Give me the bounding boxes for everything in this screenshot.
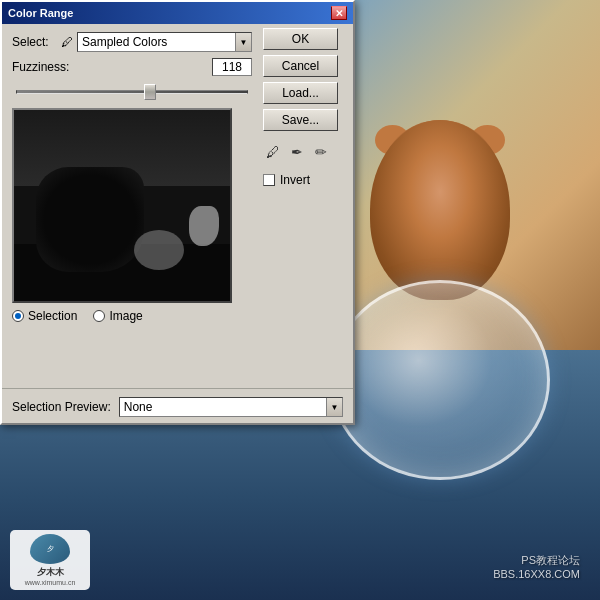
image-radio-label: Image bbox=[109, 309, 142, 323]
preview-inner bbox=[14, 110, 230, 301]
close-button[interactable]: ✕ bbox=[331, 6, 347, 20]
invert-checkbox[interactable] bbox=[263, 174, 275, 186]
dialog-title: Color Range bbox=[8, 7, 73, 19]
selection-radio-dot bbox=[15, 313, 21, 319]
cancel-button[interactable]: Cancel bbox=[263, 55, 338, 77]
selection-preview-dropdown-arrow[interactable]: ▼ bbox=[326, 398, 342, 416]
selection-radio-circle bbox=[12, 310, 24, 322]
fuzziness-value-text: 118 bbox=[222, 60, 242, 74]
slider-track bbox=[16, 90, 248, 94]
eyedropper-plus-tool[interactable]: ✒ bbox=[287, 142, 307, 162]
watermark-right: PS教程论坛 BBS.16XX8.COM bbox=[493, 553, 580, 580]
selection-preview-label: Selection Preview: bbox=[12, 400, 111, 414]
eyedropper-add-tool[interactable]: 🖊 bbox=[263, 142, 283, 162]
selection-preview-row: Selection Preview: None ▼ bbox=[12, 397, 343, 417]
watermark-site-url: BBS.16XX8.COM bbox=[493, 568, 580, 580]
selection-radio[interactable]: Selection bbox=[12, 309, 77, 323]
image-radio-circle bbox=[93, 310, 105, 322]
left-panel: Select: 🖊 Sampled Colors ▼ Fuzziness: 11… bbox=[2, 24, 262, 339]
image-radio[interactable]: Image bbox=[93, 309, 142, 323]
eyedropper-tools: 🖊 ✒ ✏ bbox=[263, 142, 343, 162]
slider-thumb[interactable] bbox=[144, 84, 156, 100]
preview-light-area-2 bbox=[134, 230, 184, 270]
selection-preview-dropdown[interactable]: None ▼ bbox=[119, 397, 343, 417]
fuzziness-row: Fuzziness: 118 bbox=[12, 58, 252, 76]
fuzziness-label: Fuzziness: bbox=[12, 60, 77, 74]
watermark-url: www.ximumu.cn bbox=[25, 579, 76, 586]
watermark-left: 夕 夕木木 www.ximumu.cn bbox=[10, 530, 90, 590]
select-row: Select: 🖊 Sampled Colors ▼ bbox=[12, 32, 252, 52]
preview-image bbox=[12, 108, 232, 303]
view-mode-radio: Selection Image bbox=[12, 309, 252, 323]
select-dropdown[interactable]: Sampled Colors ▼ bbox=[77, 32, 252, 52]
selection-radio-label: Selection bbox=[28, 309, 77, 323]
preview-light-area bbox=[189, 206, 219, 246]
load-button[interactable]: Load... bbox=[263, 82, 338, 104]
logo-icon: 夕 bbox=[30, 534, 70, 564]
invert-label: Invert bbox=[280, 173, 310, 187]
fuzziness-slider[interactable] bbox=[12, 82, 252, 102]
select-value: Sampled Colors bbox=[82, 35, 167, 49]
select-label: Select: bbox=[12, 35, 57, 49]
eyedropper-minus-tool[interactable]: ✏ bbox=[311, 142, 331, 162]
watermark-brand: 夕木木 bbox=[37, 566, 64, 579]
color-range-dialog: Color Range ✕ Select: 🖊 Sampled Colors ▼… bbox=[0, 0, 355, 425]
fuzziness-input[interactable]: 118 bbox=[212, 58, 252, 76]
preview-silhouette bbox=[36, 167, 144, 272]
dropdown-arrow-icon[interactable]: ▼ bbox=[235, 33, 251, 51]
glass-bowl bbox=[330, 280, 550, 480]
selection-preview-section: Selection Preview: None ▼ bbox=[2, 388, 353, 423]
watermark-site-name: PS教程论坛 bbox=[493, 553, 580, 568]
eyedropper-icon: 🖊 bbox=[61, 35, 73, 49]
ok-button[interactable]: OK bbox=[263, 28, 338, 50]
invert-row: Invert bbox=[263, 173, 343, 187]
right-panel: OK Cancel Load... Save... 🖊 ✒ ✏ Invert bbox=[263, 28, 343, 187]
dialog-titlebar: Color Range ✕ bbox=[2, 2, 353, 24]
save-button[interactable]: Save... bbox=[263, 109, 338, 131]
selection-preview-value: None bbox=[124, 400, 153, 414]
hamster-fur bbox=[370, 120, 510, 300]
